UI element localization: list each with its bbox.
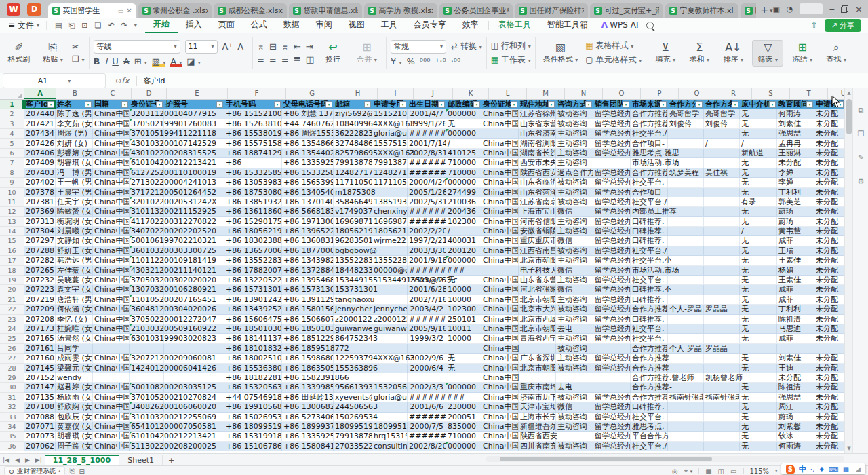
cell-style-button[interactable]: ▢ 单元格样式 ▾	[585, 54, 642, 66]
cell[interactable]: 主动咨询	[556, 315, 593, 324]
cell[interactable]: 留学总经办	[593, 305, 631, 314]
cell[interactable]: +86 1859518772	[282, 344, 334, 354]
cell[interactable]: 1999/1/26	[408, 119, 446, 129]
format-painter-button[interactable]: ✐ 格式刷	[4, 41, 34, 66]
cell[interactable]: 护照号▾	[164, 100, 224, 109]
cell[interactable]: 王瑞	[777, 246, 814, 256]
cell[interactable]: 000000	[446, 129, 481, 138]
cell[interactable]: 邮箱▾	[334, 100, 372, 109]
cell[interactable]: 山东省菏泽	[519, 188, 556, 197]
filter-dropdown-icon[interactable]: ▾	[156, 101, 163, 108]
menu-item-公式[interactable]: 公式	[243, 18, 275, 33]
cell[interactable]: 合作方推荐.曾老师	[631, 373, 668, 383]
document-tab[interactable]: S常州公积金 .xlsx	[138, 3, 212, 18]
cell[interactable]: +86 1573130169	[282, 285, 334, 294]
cell[interactable]: 杨娟	[777, 266, 814, 276]
cell[interactable]: China中国	[481, 305, 519, 314]
cell[interactable]: +44 07546918	[224, 393, 282, 402]
cell[interactable]: 151521001	[372, 109, 408, 119]
cell[interactable]: #########	[408, 315, 446, 324]
cell[interactable]: 411702200312270822	[130, 217, 164, 227]
cell[interactable]	[408, 344, 446, 354]
cell[interactable]: +86 18753080	[224, 188, 282, 197]
cell[interactable]	[372, 344, 408, 354]
cell[interactable]	[704, 246, 740, 256]
cell[interactable]	[668, 178, 704, 187]
cell[interactable]: 陈子逸 (男	[56, 109, 93, 119]
cell[interactable]: 主动咨询	[556, 334, 593, 343]
cell[interactable]: 留学总经办	[593, 129, 631, 138]
cell[interactable]: 杨欣雨 (女	[56, 393, 93, 402]
cell[interactable]: 207071	[24, 422, 56, 432]
cell[interactable]: 未分配	[814, 236, 845, 246]
cell[interactable]: +44 7460762888	[282, 119, 334, 129]
cell[interactable]	[704, 236, 740, 246]
cell[interactable]: +86 13053983	[224, 178, 282, 187]
cell[interactable]: 2002/2/20	[408, 227, 446, 236]
cell[interactable]: 825798695XXX@163.	[334, 149, 372, 158]
cell[interactable]: 207108	[24, 402, 56, 412]
cell[interactable]: 未分配	[814, 383, 845, 392]
cell[interactable]: 799138782	[334, 158, 372, 168]
document-tab[interactable]: S国任财产保险样本.x	[515, 3, 588, 18]
cell[interactable]: +86 15575158	[224, 139, 282, 149]
row-number[interactable]: 21	[0, 295, 24, 305]
cell[interactable]: 四川省南充	[519, 442, 556, 451]
cell[interactable]: 未分配	[814, 364, 845, 373]
fill-color-button[interactable]: ▨ ▾	[152, 56, 165, 66]
cell[interactable]: 重庆重庆市	[519, 236, 556, 246]
cell[interactable]: China中国	[481, 227, 519, 236]
cell[interactable]: 留学总经办	[593, 285, 631, 294]
cell[interactable]: 北京市西城	[519, 315, 556, 324]
cell[interactable]: 180562199	[372, 227, 408, 236]
cell[interactable]: consultingx	[372, 442, 408, 451]
cell[interactable]: 任天宇 (女	[56, 197, 93, 207]
cell[interactable]: 重庆市南坪	[519, 383, 556, 392]
cell[interactable]: 留学总经办	[593, 295, 631, 305]
row-number[interactable]: 9	[0, 178, 24, 187]
cell[interactable]: 留学总经办	[593, 227, 631, 236]
panel-toggle-icon[interactable]: ⧉	[859, 106, 864, 115]
column-header-N[interactable]: N	[565, 88, 603, 99]
cell[interactable]: +86 15290175	[224, 217, 282, 227]
cell[interactable]	[408, 373, 446, 383]
cell[interactable]: 强思喆	[777, 129, 814, 138]
cell[interactable]: 主动咨询	[556, 295, 593, 305]
cell[interactable]: 2002/5/31	[408, 197, 446, 207]
cell[interactable]: /	[704, 139, 740, 149]
cell[interactable]	[668, 324, 704, 334]
cell[interactable]: China中国	[93, 442, 130, 451]
cell[interactable]: 主动咨询	[556, 139, 593, 149]
cell[interactable]: 207223	[24, 285, 56, 294]
cell[interactable]: China中国	[93, 188, 130, 197]
filter-dropdown-icon[interactable]: ▾	[696, 101, 703, 108]
cell[interactable]: 陕西省西安	[519, 168, 556, 178]
cell[interactable]: China中国	[93, 256, 130, 265]
add-sheet-button[interactable]: +	[163, 456, 180, 465]
cell[interactable]: 去电	[556, 324, 593, 334]
cell[interactable]: 未分配	[814, 227, 845, 236]
freeze-button[interactable]: ⊞ 冻结 ▾	[787, 41, 817, 66]
cell[interactable]	[668, 217, 704, 227]
cell[interactable]: #########	[408, 207, 446, 216]
cell[interactable]: 留学总经办	[593, 188, 631, 197]
cell[interactable]: 电子科技大学	[519, 266, 556, 276]
cell[interactable]: +86 1580841099	[282, 442, 334, 451]
cell[interactable]: 207440	[24, 109, 56, 119]
cell[interactable]: +86 18501030	[224, 324, 282, 334]
cell[interactable]: China中国	[93, 236, 130, 246]
cell[interactable]: +86 13901242	[224, 295, 282, 305]
cell[interactable]: 2002/3/3	[408, 383, 446, 392]
align-bottom-icon[interactable]: ⌆	[281, 41, 289, 52]
row-number[interactable]: 6	[0, 149, 24, 158]
cell[interactable]: 无	[740, 119, 777, 129]
column-header-C[interactable]: C	[94, 88, 132, 99]
cell[interactable]	[668, 197, 704, 207]
cell[interactable]: China中国	[481, 344, 519, 354]
cell[interactable]: 无	[740, 324, 777, 334]
cell[interactable]: 无	[740, 256, 777, 265]
cell[interactable]: 未分配	[814, 217, 845, 227]
cell[interactable]: 未分配	[814, 197, 845, 207]
insert-function-icon[interactable]: fx	[121, 76, 129, 86]
cell[interactable]: 未分配	[814, 305, 845, 314]
